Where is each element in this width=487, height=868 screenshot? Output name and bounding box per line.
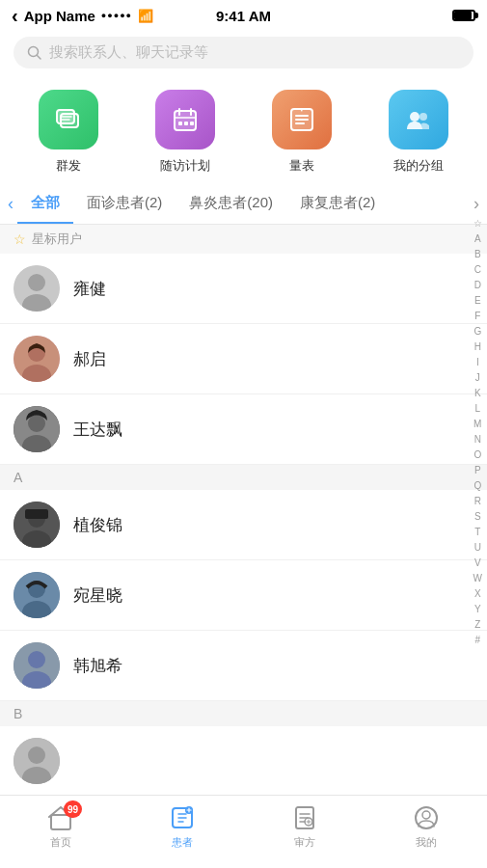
tab-all[interactable]: 全部 [17,184,73,224]
tab-left-arrow[interactable]: ‹ [4,194,17,214]
quick-actions: 群发 随访计划 量表 [0,74,487,184]
alpha-f[interactable]: F [472,309,483,324]
alpha-g[interactable]: G [471,324,484,339]
alpha-t[interactable]: T [472,525,483,540]
action-scale[interactable]: 量表 [272,90,332,175]
alpha-h[interactable]: H [472,339,484,355]
alpha-e[interactable]: E [472,293,484,309]
tabs-scroll: 全部 面诊患者(2) 鼻炎患者(20) 康复患者(2) [17,184,470,224]
search-icon [27,45,41,60]
alpha-q[interactable]: Q [471,478,484,494]
avatar-b-1 [14,738,60,784]
bottom-tab-bar: 99 首页 患者 [0,795,487,868]
alpha-k[interactable]: K [472,386,484,401]
alpha-star[interactable]: ☆ [471,216,485,231]
avatar-wang-da-piao [14,406,60,452]
tab-right-arrow[interactable]: › [470,194,483,214]
alpha-a[interactable]: A [472,231,484,247]
alpha-w[interactable]: W [471,571,485,586]
alpha-i[interactable]: I [473,355,482,370]
contact-wang-da-piao[interactable]: 王达飘 [0,394,487,465]
contact-yuan-xing-xiao[interactable]: 宛星晓 [0,560,487,631]
star-icon: ☆ [14,231,26,247]
back-chevron[interactable]: ‹ [12,5,18,27]
starred-label: 星标用户 [32,231,82,248]
prescription-icon [291,804,318,831]
contact-b-1[interactable] [0,726,487,797]
contact-name-zhi-jun-jin: 植俊锦 [73,514,122,536]
svg-point-36 [28,651,45,668]
contact-yong-jian[interactable]: 雍健 [0,254,487,324]
battery-icon [452,10,475,21]
alpha-index[interactable]: ☆ A B C D E F G H I J K L M N O P Q R S … [469,212,487,652]
scale-label: 量表 [289,157,314,175]
group-label-b: B [0,701,487,726]
avatar-hao-qi [14,336,60,382]
my-group-label: 我的分组 [393,157,444,175]
action-group-send[interactable]: 群发 [39,90,98,175]
contact-hao-qi[interactable]: 郝启 [0,324,487,394]
contact-name-wang-da-piao: 王达飘 [73,419,122,441]
alpha-d[interactable]: D [472,278,484,293]
avatar-yuan-xing-xiao [14,572,60,618]
wifi-icon: 📶 [138,9,153,23]
alpha-m[interactable]: M [471,417,484,432]
svg-point-17 [410,112,419,122]
status-time: 9:41 AM [216,8,271,24]
contact-han-xu-xi[interactable]: 韩旭希 [0,631,487,701]
svg-point-20 [28,274,45,291]
alpha-j[interactable]: J [473,370,483,386]
scale-icon [272,90,332,149]
tab-face[interactable]: 面诊患者(2) [73,184,176,224]
action-my-group[interactable]: 我的分组 [389,90,448,175]
alpha-v[interactable]: V [472,556,484,571]
contact-name-yong-jian: 雍健 [73,278,106,300]
search-bar[interactable]: 搜索联系人、聊天记录等 [14,37,473,68]
alpha-o[interactable]: O [471,448,484,463]
svg-rect-10 [178,122,182,125]
svg-rect-12 [190,122,194,125]
bottom-tab-prescription[interactable]: 审方 [291,804,318,850]
home-badge: 99 [64,800,82,818]
alpha-l[interactable]: L [472,401,483,417]
bottom-tab-mine[interactable]: 我的 [413,804,440,850]
contact-zhi-jun-jin[interactable]: 植俊锦 [0,490,487,560]
tab-nasal[interactable]: 鼻炎患者(20) [176,184,286,224]
avatar-yong-jian [14,265,60,312]
action-follow-plan[interactable]: 随访计划 [155,90,215,175]
alpha-hash[interactable]: # [472,633,483,648]
mine-icon [413,804,440,831]
alpha-p[interactable]: P [472,463,484,478]
alpha-x[interactable]: X [472,586,484,602]
svg-line-1 [38,56,41,60]
svg-rect-11 [184,122,188,125]
bottom-tab-patient[interactable]: 患者 [169,804,196,850]
signal-dots: ●●●●● [101,11,132,20]
alpha-s[interactable]: S [472,509,484,525]
status-right [452,10,475,21]
group-label-a: A [0,465,487,490]
status-bar: ‹ App Name ●●●●● 📶 9:41 AM [0,0,487,31]
follow-plan-label: 随访计划 [160,157,210,175]
alpha-c[interactable]: C [472,262,484,278]
tab-rehab[interactable]: 康复患者(2) [286,184,389,224]
alpha-z[interactable]: Z [472,617,483,633]
patient-tab-label: 患者 [172,835,193,850]
tabs-container: ‹ 全部 面诊患者(2) 鼻炎患者(20) 康复患者(2) › [0,184,487,225]
alpha-b[interactable]: B [472,247,484,262]
contact-name-han-xu-xi: 韩旭希 [73,655,122,677]
bottom-tab-home[interactable]: 99 首页 [47,804,74,850]
svg-point-39 [28,746,45,764]
home-tab-label: 首页 [50,835,71,850]
alpha-y[interactable]: Y [472,602,484,617]
status-left: ‹ App Name ●●●●● 📶 [12,5,153,27]
contact-name-yuan-xing-xiao: 宛星晓 [73,584,122,607]
patient-icon [169,804,196,831]
svg-point-18 [419,113,427,121]
avatar-zhi-jun-jin [14,502,60,548]
svg-point-52 [422,811,430,819]
alpha-r[interactable]: R [472,494,484,509]
alpha-n[interactable]: N [472,432,484,448]
contact-name-hao-qi: 郝启 [73,348,106,370]
alpha-u[interactable]: U [472,540,484,556]
